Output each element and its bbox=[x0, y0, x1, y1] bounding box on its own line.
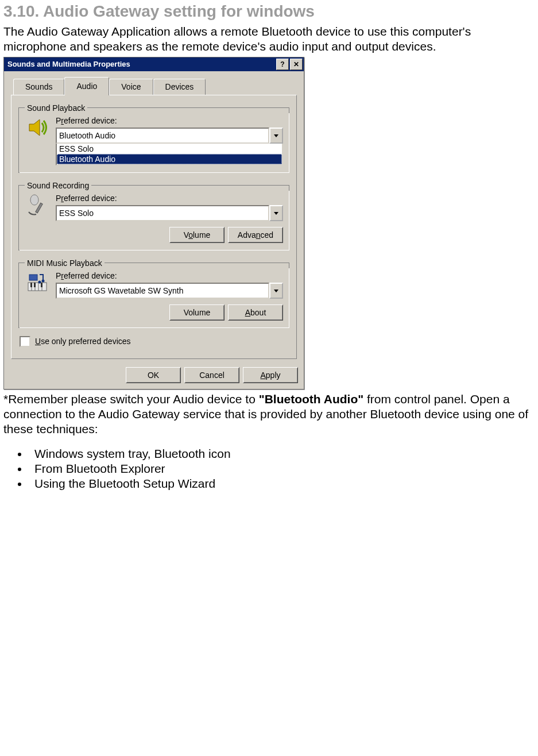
tab-panel-audio: Sound Playback bbox=[11, 95, 297, 359]
tab-devices[interactable]: Devices bbox=[153, 79, 206, 95]
note-paragraph: *Remember please switch your Audio devic… bbox=[3, 392, 535, 437]
dialog-footer: OK Cancel Apply bbox=[4, 362, 304, 389]
tab-strip: Sounds Audio Voice Devices bbox=[11, 77, 297, 95]
intro-paragraph: The Audio Gateway Application allows a r… bbox=[3, 24, 535, 55]
section-heading: 3.10. Audio Gateway setting for windows bbox=[3, 2, 535, 21]
midi-device-value[interactable] bbox=[56, 283, 269, 299]
dialog-titlebar: Sounds and Multimedia Properties ? ✕ bbox=[4, 57, 304, 71]
midi-volume-button[interactable]: Volume bbox=[169, 304, 225, 321]
ok-button[interactable]: OK bbox=[126, 367, 181, 383]
tab-audio[interactable]: Audio bbox=[64, 77, 109, 95]
dialog-title: Sounds and Multimedia Properties bbox=[7, 60, 275, 68]
list-item: Using the Bluetooth Setup Wizard bbox=[29, 477, 535, 491]
svg-rect-11 bbox=[34, 283, 36, 287]
svg-marker-16 bbox=[274, 290, 278, 292]
group-sound-playback: Sound Playback bbox=[18, 103, 289, 173]
svg-point-14 bbox=[42, 279, 45, 282]
midi-device-dropdown[interactable] bbox=[56, 283, 283, 299]
apply-button[interactable]: Apply bbox=[243, 367, 298, 383]
microphone-icon bbox=[26, 194, 49, 218]
legend-midi-playback: MIDI Music Playback bbox=[25, 259, 104, 268]
group-midi-playback: MIDI Music Playback bbox=[18, 259, 289, 328]
dropdown-arrow-icon[interactable] bbox=[269, 283, 283, 299]
midi-preferred-label: Preferred device: bbox=[56, 271, 283, 280]
legend-sound-recording: Sound Recording bbox=[25, 181, 91, 190]
recording-device-value[interactable] bbox=[56, 205, 269, 221]
use-only-preferred-label: Use only preferred devices bbox=[35, 337, 131, 346]
playback-option-ess-solo[interactable]: ESS Solo bbox=[57, 144, 282, 154]
midi-icon bbox=[26, 271, 49, 296]
recording-advanced-button[interactable]: Advanced bbox=[228, 227, 283, 243]
playback-preferred-label: Preferred device: bbox=[56, 116, 283, 125]
techniques-list: Windows system tray, Bluetooth icon From… bbox=[14, 447, 535, 491]
group-sound-recording: Sound Recording bbox=[18, 181, 289, 250]
dropdown-arrow-icon[interactable] bbox=[269, 205, 283, 221]
list-item: From Bluetooth Explorer bbox=[29, 462, 535, 476]
recording-preferred-label: Preferred device: bbox=[56, 194, 283, 203]
help-button[interactable]: ? bbox=[276, 59, 289, 70]
midi-about-button[interactable]: About bbox=[228, 304, 283, 321]
playback-device-dropdown[interactable] bbox=[56, 128, 283, 144]
use-only-preferred-checkbox[interactable] bbox=[20, 336, 30, 347]
svg-point-2 bbox=[30, 195, 38, 205]
tab-voice[interactable]: Voice bbox=[109, 79, 153, 95]
recording-volume-button[interactable]: Volume bbox=[169, 227, 225, 243]
svg-point-15 bbox=[38, 280, 41, 283]
cancel-button[interactable]: Cancel bbox=[184, 367, 239, 383]
svg-rect-12 bbox=[41, 283, 42, 287]
svg-marker-0 bbox=[29, 119, 40, 136]
close-button[interactable]: ✕ bbox=[290, 59, 303, 70]
speaker-icon bbox=[26, 116, 49, 141]
svg-rect-13 bbox=[29, 275, 37, 280]
sounds-multimedia-dialog: Sounds and Multimedia Properties ? ✕ Sou… bbox=[3, 57, 304, 389]
playback-device-options[interactable]: ESS Solo Bluetooth Audio bbox=[56, 144, 283, 165]
legend-sound-playback: Sound Playback bbox=[25, 103, 87, 113]
playback-device-value[interactable] bbox=[56, 128, 269, 144]
svg-rect-10 bbox=[30, 283, 32, 287]
tab-sounds[interactable]: Sounds bbox=[13, 79, 64, 95]
svg-marker-1 bbox=[274, 134, 278, 137]
list-item: Windows system tray, Bluetooth icon bbox=[29, 447, 535, 461]
recording-device-dropdown[interactable] bbox=[56, 205, 283, 221]
dropdown-arrow-icon[interactable] bbox=[269, 128, 283, 144]
playback-option-bluetooth-audio[interactable]: Bluetooth Audio bbox=[57, 154, 282, 164]
svg-marker-4 bbox=[274, 212, 278, 215]
